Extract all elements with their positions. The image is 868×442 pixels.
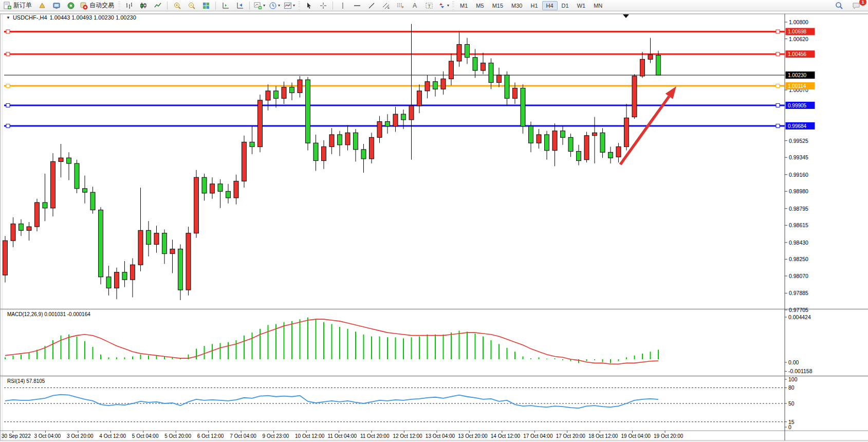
timeframe-H4[interactable]: H4 xyxy=(542,1,558,10)
svg-text:50: 50 xyxy=(788,400,795,407)
new-chart-button[interactable]: ▾ xyxy=(252,1,267,11)
zoom-in-button[interactable] xyxy=(170,1,184,11)
autotrade-button[interactable]: 自动交易 xyxy=(78,1,117,11)
svg-text:12 Oct 12:00: 12 Oct 12:00 xyxy=(393,433,422,439)
timeframe-M30[interactable]: M30 xyxy=(507,1,526,10)
svg-text:9 Oct 23:00: 9 Oct 23:00 xyxy=(263,433,289,439)
svg-text:0.98615: 0.98615 xyxy=(789,222,808,228)
autotrade-icon xyxy=(80,2,88,10)
zoom-out-button[interactable] xyxy=(184,1,198,11)
text-label-tool[interactable]: T xyxy=(422,1,436,11)
equidistant-channel-tool[interactable]: E xyxy=(379,1,393,11)
terminal-button[interactable] xyxy=(49,1,63,11)
community-button[interactable] xyxy=(64,1,78,11)
crosshair-icon xyxy=(319,2,327,10)
svg-text:1.00800: 1.00800 xyxy=(789,19,808,25)
svg-text:1.00456: 1.00456 xyxy=(788,51,807,57)
new-order-icon xyxy=(4,2,12,10)
notifications-button[interactable]: 1 xyxy=(849,1,863,11)
svg-text:0.99345: 0.99345 xyxy=(789,154,808,160)
new-chart-icon xyxy=(254,2,262,10)
main-toolbar: 新订单 自动交易 xyxy=(0,0,868,11)
arrows-icon xyxy=(438,2,446,10)
text-label-icon: T xyxy=(425,2,433,10)
fibonacci-tool[interactable]: F xyxy=(393,1,407,11)
toolbar-separator xyxy=(167,2,168,10)
svg-text:0.99160: 0.99160 xyxy=(789,172,808,178)
fibonacci-icon: F xyxy=(396,2,404,10)
svg-text:6 Oct 12:00: 6 Oct 12:00 xyxy=(197,433,224,439)
auto-scroll-icon xyxy=(221,2,230,10)
mail-button[interactable] xyxy=(35,1,49,11)
svg-text:0.00: 0.00 xyxy=(788,359,799,365)
vertical-line-tool[interactable] xyxy=(336,1,349,11)
horizontal-line-tool[interactable] xyxy=(350,1,364,11)
auto-scroll-button[interactable] xyxy=(218,1,232,11)
equidistant-channel-icon: E xyxy=(382,2,390,10)
timeframe-W1[interactable]: W1 xyxy=(573,1,590,10)
tile-windows-button[interactable] xyxy=(199,1,213,11)
chart-window: ▼ USDCHF-,H4 1.00443 1.00493 1.00230 1.0… xyxy=(0,11,868,442)
svg-text:13 Oct 20:00: 13 Oct 20:00 xyxy=(458,433,488,439)
svg-text:11 Oct 20:00: 11 Oct 20:00 xyxy=(360,433,390,439)
mail-icon xyxy=(38,2,46,10)
chart-title: ▼ USDCHF-,H4 1.00443 1.00493 1.00230 1.0… xyxy=(6,14,136,21)
toolbar-right: 1 xyxy=(832,1,866,11)
new-order-label: 新订单 xyxy=(13,1,33,10)
new-order-button[interactable]: 新订单 xyxy=(2,1,34,11)
cursor-button[interactable] xyxy=(302,1,316,11)
text-tool[interactable]: A xyxy=(408,1,421,11)
toolbar-separator xyxy=(333,2,333,10)
timeframe-M5[interactable]: M5 xyxy=(472,1,488,10)
chart-canvas[interactable]: 1.008001.006201.000700.995250.993450.991… xyxy=(0,0,868,442)
bar-chart-type-button[interactable] xyxy=(122,1,136,11)
svg-text:0.97705: 0.97705 xyxy=(789,307,808,313)
timeframe-MN[interactable]: MN xyxy=(589,1,606,10)
svg-text:19 Oct 04:00: 19 Oct 04:00 xyxy=(621,433,651,439)
search-icon xyxy=(835,1,844,10)
candlestick-type-button[interactable] xyxy=(136,1,150,11)
chart-dropdown-icon[interactable]: ▼ xyxy=(6,15,10,20)
toolbar-grip xyxy=(118,2,120,10)
zoom-out-icon xyxy=(188,2,196,10)
svg-text:13 Oct 04:00: 13 Oct 04:00 xyxy=(426,433,455,439)
timeframe-M15[interactable]: M15 xyxy=(488,1,507,10)
svg-text:18 Oct 12:00: 18 Oct 12:00 xyxy=(588,433,618,439)
svg-text:10 Oct 12:00: 10 Oct 12:00 xyxy=(295,433,325,439)
svg-text:0.99684: 0.99684 xyxy=(788,123,807,129)
toolbar-separator xyxy=(249,2,250,10)
search-button[interactable] xyxy=(832,1,846,11)
trendline-tool[interactable] xyxy=(364,1,378,11)
clock-icon xyxy=(269,2,277,10)
crosshair-button[interactable] xyxy=(316,1,330,11)
svg-text:0.99525: 0.99525 xyxy=(789,138,808,144)
terminal-icon xyxy=(52,2,61,10)
chart-symbol-period: USDCHF-,H4 xyxy=(13,14,47,21)
text-icon: A xyxy=(411,2,419,10)
autotrade-label: 自动交易 xyxy=(89,1,115,10)
svg-text:A: A xyxy=(413,2,417,9)
line-chart-type-button[interactable] xyxy=(151,1,164,11)
svg-text:3 Oct 20:00: 3 Oct 20:00 xyxy=(67,433,94,439)
svg-text:17 Oct 20:00: 17 Oct 20:00 xyxy=(556,433,586,439)
toolbar-grip xyxy=(298,2,300,10)
candlestick-icon xyxy=(139,2,147,10)
toolbar-grip xyxy=(452,2,454,10)
svg-text:7 Oct 04:00: 7 Oct 04:00 xyxy=(230,433,256,439)
timeframe-H1[interactable]: H1 xyxy=(526,1,542,10)
svg-text:5 Oct 04:00: 5 Oct 04:00 xyxy=(132,433,159,439)
chart-shift-icon xyxy=(236,2,244,10)
notification-badge: 1 xyxy=(859,0,866,6)
arrows-tool[interactable]: ▾ xyxy=(436,1,451,11)
indicators-button[interactable]: ▾ xyxy=(282,1,297,11)
svg-text:19 Oct 20:00: 19 Oct 20:00 xyxy=(654,433,684,439)
svg-text:0.98980: 0.98980 xyxy=(789,188,808,194)
svg-text:0.98070: 0.98070 xyxy=(789,273,808,279)
timeframe-D1[interactable]: D1 xyxy=(558,1,573,10)
dropdown-caret: ▾ xyxy=(293,3,295,8)
chart-shift-button[interactable] xyxy=(233,1,247,11)
dropdown-caret: ▾ xyxy=(263,3,265,8)
timeframe-M1[interactable]: M1 xyxy=(456,1,472,10)
svg-text:-0.001158: -0.001158 xyxy=(788,368,812,374)
period-button[interactable]: ▾ xyxy=(267,1,282,11)
